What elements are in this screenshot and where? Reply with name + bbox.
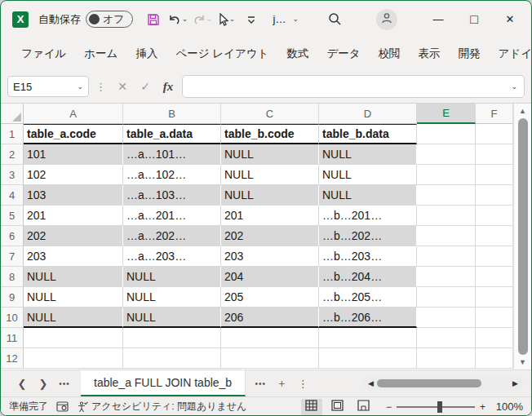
cell-C6[interactable]: 202 [221,226,319,246]
horizontal-scrollbar[interactable]: ◀ ▶ [363,376,523,391]
cell-E11[interactable] [417,328,476,348]
minimize-button[interactable]: — [422,7,454,32]
title-dropdown-icon[interactable]: ⌄ [293,15,299,23]
cell-E6[interactable] [417,226,476,246]
cell-D3[interactable]: NULL [319,165,417,185]
ribbon-tab-4[interactable]: 数式 [277,42,317,66]
redo-button[interactable]: ⌄ [192,9,213,30]
cell-D11[interactable] [319,328,417,348]
cell-D1[interactable]: table_b.data [319,124,417,144]
select-pointer-button[interactable]: ⌄ [216,9,237,30]
select-all-corner[interactable] [1,104,24,124]
cell-F7[interactable] [476,246,513,267]
enter-entry-button[interactable]: ✓ [136,77,154,95]
zoom-out-button[interactable]: − [386,401,392,413]
row-header-10[interactable]: 10 [1,308,24,328]
cell-C4[interactable]: NULL [221,185,319,206]
cell-F8[interactable] [476,267,513,287]
pointer-dropdown-icon[interactable]: ⌄ [229,15,236,23]
cell-B12[interactable] [123,348,221,369]
cell-E5[interactable] [417,206,476,226]
cell-D12[interactable] [319,348,417,369]
row-header-3[interactable]: 3 [1,165,24,185]
row-header-1[interactable]: 1 [1,124,24,144]
cell-B4[interactable]: …a…103… [123,185,221,206]
cell-F12[interactable] [476,348,513,369]
next-sheet-button[interactable]: ❯ [33,378,53,390]
undo-button[interactable]: ⌄ [167,9,188,30]
scroll-right-icon[interactable]: ▶ [512,379,518,387]
row-header-7[interactable]: 7 [1,246,24,267]
row-header-12[interactable]: 12 [1,348,24,369]
accessibility-checker[interactable]: アクセシビリティ: 問題ありません [77,400,246,414]
cell-C3[interactable]: NULL [221,165,319,185]
autosave-control[interactable]: 自動保存 オフ [38,11,133,28]
cell-A11[interactable] [24,328,123,348]
cell-D10[interactable]: …b…206… [319,308,417,328]
zoom-slider[interactable] [397,406,475,408]
column-header-C[interactable]: C [221,104,319,124]
maximize-button[interactable]: □ [458,7,490,32]
cell-D4[interactable]: NULL [319,185,417,206]
page-layout-view-button[interactable] [327,399,348,415]
cell-A4[interactable]: 103 [24,185,123,206]
cell-F3[interactable] [476,165,513,185]
cell-D2[interactable]: NULL [319,144,417,165]
cell-B10[interactable]: NULL [123,308,221,328]
cell-F4[interactable] [476,185,513,206]
cell-C9[interactable]: 205 [221,287,319,308]
cell-A12[interactable] [24,348,123,369]
macro-record-button[interactable] [56,401,69,412]
ribbon-tab-1[interactable]: ホーム [75,42,126,66]
cell-A8[interactable]: NULL [24,267,123,287]
cell-C1[interactable]: table_b.code [221,124,319,144]
cell-E10[interactable] [417,308,476,328]
ribbon-tab-3[interactable]: ページ レイアウト [166,42,277,66]
cell-A1[interactable]: table_a.code [24,124,123,144]
cell-C10[interactable]: 206 [221,308,319,328]
cell-E7[interactable] [417,246,476,267]
zoom-level[interactable]: 100% [490,401,523,413]
close-button[interactable]: ✕ [494,7,526,32]
cell-A9[interactable]: NULL [24,287,123,308]
cell-F10[interactable] [476,308,513,328]
column-header-E[interactable]: E [417,104,476,124]
cell-E2[interactable] [417,144,476,165]
autosave-toggle[interactable]: オフ [86,11,133,28]
cell-E1[interactable] [417,124,476,144]
prev-sheet-button[interactable]: ❮ [12,378,32,390]
cell-C5[interactable]: 201 [221,206,319,226]
cell-F5[interactable] [476,206,513,226]
search-button[interactable] [324,9,345,30]
cell-E4[interactable] [417,185,476,206]
column-header-F[interactable]: F [476,104,513,124]
cell-A2[interactable]: 101 [24,144,123,165]
cell-B9[interactable]: NULL [123,287,221,308]
document-title[interactable]: j… ⌄ [273,13,299,25]
cell-F9[interactable] [476,287,513,308]
cell-C11[interactable] [221,328,319,348]
more-sheets-button[interactable]: ••• [250,379,270,388]
cell-E9[interactable] [417,287,476,308]
scroll-down-icon[interactable]: ▼ [519,356,526,368]
all-sheets-button[interactable]: ••• [55,379,74,388]
cell-C2[interactable]: NULL [221,144,319,165]
cancel-entry-button[interactable]: ✕ [113,77,131,95]
row-header-8[interactable]: 8 [1,267,24,287]
cell-E3[interactable] [417,165,476,185]
scroll-left-icon[interactable]: ◀ [368,379,374,387]
cell-D5[interactable]: …b…201… [319,206,417,226]
cell-A10[interactable]: NULL [24,308,123,328]
horizontal-scroll-thumb[interactable] [377,379,481,387]
column-header-D[interactable]: D [319,104,417,124]
cell-B8[interactable]: NULL [123,267,221,287]
zoom-in-button[interactable]: + [480,401,485,413]
row-header-11[interactable]: 11 [1,328,24,348]
cell-B11[interactable] [123,328,221,348]
cell-A7[interactable]: 203 [24,246,123,267]
ribbon-tab-6[interactable]: 校閲 [370,42,410,66]
ribbon-tab-5[interactable]: データ [317,42,369,66]
cell-D8[interactable]: …b…204… [319,267,417,287]
cell-A3[interactable]: 102 [24,165,123,185]
cell-B6[interactable]: …a…202… [123,226,221,246]
